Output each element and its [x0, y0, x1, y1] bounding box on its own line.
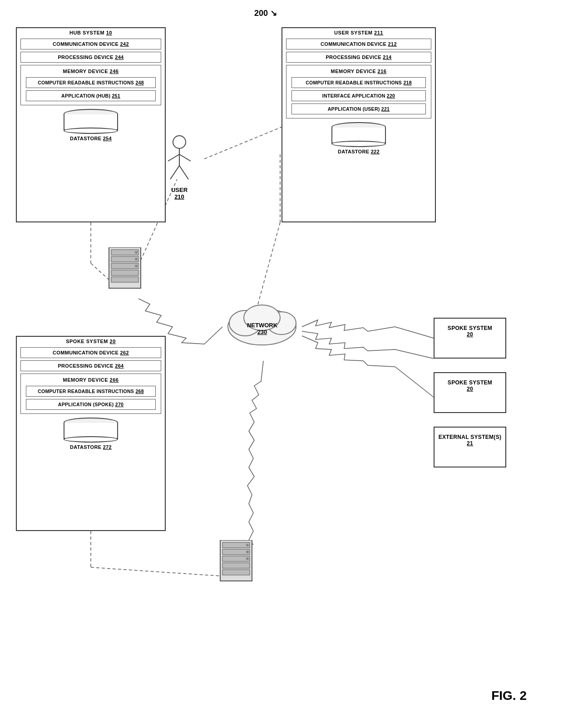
hub-app: APPLICATION (HUB) 251 [26, 90, 156, 101]
user-number: 210 [152, 193, 207, 200]
svg-rect-38 [222, 549, 250, 555]
user-interface-app: INTERFACE APPLICATION 220 [291, 90, 426, 101]
spoke-small-2-title: SPOKE SYSTEM 20 [435, 373, 505, 392]
hub-proc-device: PROCESSING DEVICE 244 [20, 52, 161, 63]
user-datastore-label: DATASTORE 222 [338, 149, 380, 154]
svg-rect-25 [111, 256, 138, 262]
diagram-number: 200 ↘ [254, 8, 277, 18]
user-memory-label: MEMORY DEVICE 216 [288, 67, 430, 75]
svg-rect-41 [222, 570, 250, 575]
spoke-small-2-box: SPOKE SYSTEM 20 [434, 372, 506, 413]
svg-rect-24 [111, 250, 138, 255]
spoke-app: APPLICATION (SPOKE) 270 [26, 399, 156, 410]
user-figure: USER 210 [152, 134, 207, 200]
hub-cri: COMPUTER READABLE INSTRUCTIONS 248 [26, 77, 156, 88]
hub-comm-device: COMMUNICATION DEVICE 242 [20, 39, 161, 49]
svg-line-16 [204, 127, 282, 159]
svg-rect-26 [111, 263, 138, 269]
svg-line-19 [168, 154, 179, 161]
user-datastore-cylinder [331, 122, 386, 147]
svg-rect-37 [222, 542, 250, 548]
svg-point-31 [135, 265, 138, 267]
hub-memory-container: MEMORY DEVICE 246 COMPUTER READABLE INST… [20, 65, 161, 105]
user-comm-device: COMMUNICATION DEVICE 212 [286, 39, 431, 49]
figure-label: FIG. 2 [491, 689, 527, 703]
user-person-icon [161, 134, 198, 184]
user-system-title: USER SYSTEM 211 [282, 28, 435, 36]
user-system-box: USER SYSTEM 211 COMMUNICATION DEVICE 212… [282, 27, 436, 222]
user-app: APPLICATION (USER) 221 [291, 103, 426, 114]
svg-rect-40 [222, 563, 250, 568]
diagram-number-text: 200 [254, 9, 268, 18]
svg-point-17 [173, 136, 186, 148]
diagram: 200 ↘ HUB SYSTEM 10 COMMUNICATION DEVICE… [0, 0, 563, 728]
bottom-server-icon [218, 540, 254, 585]
svg-point-44 [246, 557, 249, 560]
user-cri: COMPUTER READABLE INSTRUCTIONS 218 [291, 77, 426, 88]
hub-system-title: HUB SYSTEM 10 [17, 28, 165, 36]
hub-datastore-label: DATASTORE 254 [70, 136, 112, 141]
spoke-proc-device: PROCESSING DEVICE 264 [20, 360, 161, 371]
spoke-memory-container: MEMORY DEVICE 266 COMPUTER READABLE INST… [20, 374, 161, 414]
svg-point-43 [246, 551, 249, 553]
spoke-cri: COMPUTER READABLE INSTRUCTIONS 268 [26, 386, 156, 397]
external-title: EXTERNAL SYSTEM(S) 21 [435, 428, 505, 447]
spoke-comm-device: COMMUNICATION DEVICE 262 [20, 347, 161, 358]
svg-point-29 [135, 251, 138, 254]
hub-datastore-wrap: DATASTORE 254 [17, 109, 165, 141]
spoke-system-main-box: SPOKE SYSTEM 20 COMMUNICATION DEVICE 262… [16, 336, 166, 531]
user-proc-device: PROCESSING DEVICE 214 [286, 52, 431, 63]
spoke-datastore-wrap: DATASTORE 272 [17, 418, 165, 450]
user-datastore-wrap: DATASTORE 222 [282, 122, 435, 154]
svg-line-21 [170, 166, 179, 179]
svg-rect-39 [222, 556, 250, 561]
svg-rect-28 [111, 277, 138, 282]
network-cloud: NETWORK 230 [222, 300, 302, 365]
svg-rect-27 [111, 270, 138, 275]
spoke-memory-label: MEMORY DEVICE 266 [22, 375, 159, 384]
svg-line-12 [91, 567, 227, 576]
user-label: USER [152, 187, 207, 193]
hub-memory-label: MEMORY DEVICE 246 [22, 67, 159, 75]
svg-line-22 [179, 166, 188, 179]
hub-server-icon [107, 247, 143, 292]
hub-datastore-cylinder [64, 109, 118, 134]
spoke-datastore-label: DATASTORE 272 [70, 444, 112, 450]
svg-point-42 [246, 544, 249, 546]
spoke-small-1-title: SPOKE SYSTEM 20 [435, 319, 505, 338]
spoke-small-1-box: SPOKE SYSTEM 20 [434, 318, 506, 359]
user-memory-container: MEMORY DEVICE 216 COMPUTER READABLE INST… [286, 65, 431, 118]
external-systems-box: EXTERNAL SYSTEM(S) 21 [434, 427, 506, 467]
svg-point-30 [135, 258, 138, 261]
svg-line-20 [179, 154, 191, 161]
network-label: NETWORK 230 [222, 322, 302, 335]
hub-system-box: HUB SYSTEM 10 COMMUNICATION DEVICE 242 P… [16, 27, 166, 222]
spoke-datastore-cylinder [64, 418, 118, 443]
spoke-main-title: SPOKE SYSTEM 20 [17, 337, 165, 345]
